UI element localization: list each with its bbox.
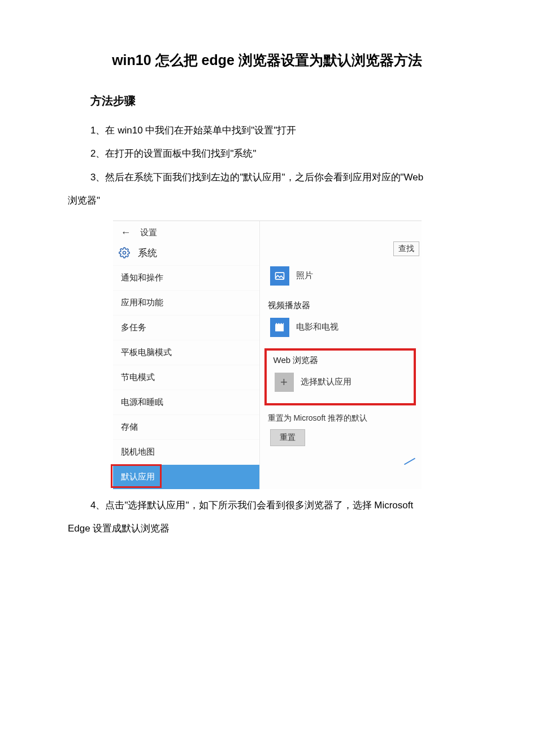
gear-icon — [119, 247, 130, 258]
choose-default-row[interactable]: + 选择默认应用 — [270, 369, 410, 395]
step-1: 1、在 win10 中我们在开始菜单中找到"设置"打开 — [90, 120, 466, 141]
sidebar-item-tablet[interactable]: 平板电脑模式 — [113, 340, 259, 365]
search-button[interactable]: 查找 — [393, 241, 419, 256]
settings-label: 设置 — [140, 227, 157, 238]
settings-header: ← 设置 — [113, 221, 259, 243]
reset-description: 重置为 Microsoft 推荐的默认 — [260, 413, 422, 424]
choose-default-label: 选择默认应用 — [301, 377, 351, 387]
settings-screenshot: ← 设置 系统 通知和操作 应用和功能 多任务 平板电脑模式 节电模式 电源和睡… — [113, 221, 422, 489]
system-label: 系统 — [138, 247, 157, 260]
photos-app-row[interactable]: 照片 — [260, 263, 422, 289]
movies-icon — [270, 318, 289, 337]
step-3-line-1: 3、然后在系统下面我们找到左边的"默认应用"，之后你会看到应用对应的"Web — [90, 167, 466, 188]
sidebar-item-offline-maps[interactable]: 脱机地图 — [113, 439, 259, 464]
sidebar-item-apps[interactable]: 应用和功能 — [113, 290, 259, 315]
decorative-line — [403, 457, 415, 465]
reset-button[interactable]: 重置 — [270, 429, 305, 446]
web-browser-section: Web 浏览器 — [270, 355, 410, 366]
video-section-heading: 视频播放器 — [260, 300, 422, 311]
step-4-line-2: Edge 设置成默认浏览器 — [68, 518, 466, 539]
sidebar-item-label: 默认应用 — [121, 472, 155, 481]
sidebar-item-storage[interactable]: 存储 — [113, 414, 259, 439]
sidebar-item-power[interactable]: 电源和睡眠 — [113, 390, 259, 414]
settings-right-pane: 查找 照片 视频播放器 — [260, 221, 422, 489]
photos-icon — [270, 266, 289, 286]
red-highlight-web-browser: Web 浏览器 + 选择默认应用 — [264, 348, 416, 405]
plus-icon: + — [275, 373, 294, 392]
sidebar-item-default-apps[interactable]: 默认应用 — [113, 464, 259, 489]
settings-left-pane: ← 设置 系统 通知和操作 应用和功能 多任务 平板电脑模式 节电模式 电源和睡… — [113, 221, 260, 489]
sidebar-item-battery[interactable]: 节电模式 — [113, 365, 259, 390]
system-header: 系统 — [113, 243, 259, 265]
page-title: win10 怎么把 edge 浏览器设置为默认浏览器方法 — [68, 51, 466, 70]
back-icon[interactable]: ← — [121, 227, 131, 239]
movies-label: 电影和电视 — [296, 322, 338, 332]
photos-label: 照片 — [296, 270, 313, 281]
svg-point-0 — [123, 252, 125, 254]
sidebar-item-multitask[interactable]: 多任务 — [113, 315, 259, 340]
steps-heading: 方法步骤 — [90, 93, 466, 109]
step-3-line-2: 浏览器" — [68, 190, 466, 211]
step-2: 2、在打开的设置面板中我们找到"系统" — [90, 143, 466, 164]
step-4-line-1: 4、点击"选择默认应用"，如下所示我们会看到很多浏览器了，选择 Microsof… — [90, 495, 466, 516]
movies-app-row[interactable]: 电影和电视 — [260, 314, 422, 340]
sidebar-item-notifications[interactable]: 通知和操作 — [113, 265, 259, 290]
